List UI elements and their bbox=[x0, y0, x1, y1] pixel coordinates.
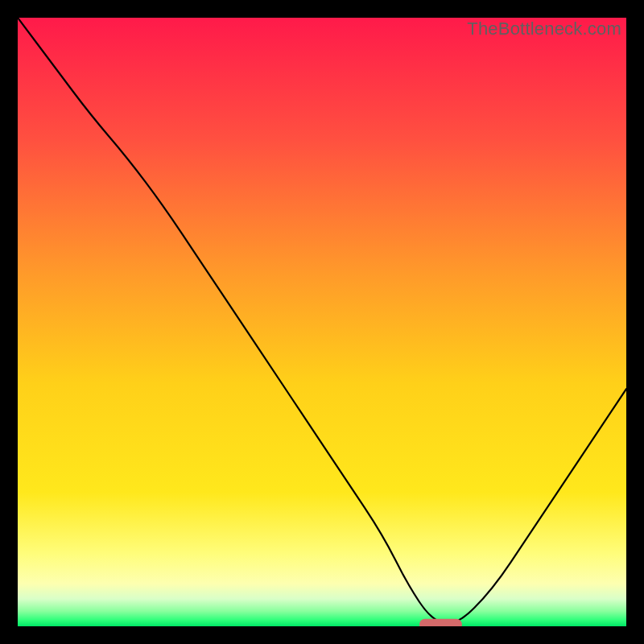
chart-frame: TheBottleneck.com bbox=[18, 18, 626, 626]
gradient-background bbox=[18, 18, 626, 626]
optimal-range-marker bbox=[419, 619, 462, 626]
bottleneck-chart bbox=[18, 18, 626, 626]
watermark-label: TheBottleneck.com bbox=[467, 19, 621, 39]
